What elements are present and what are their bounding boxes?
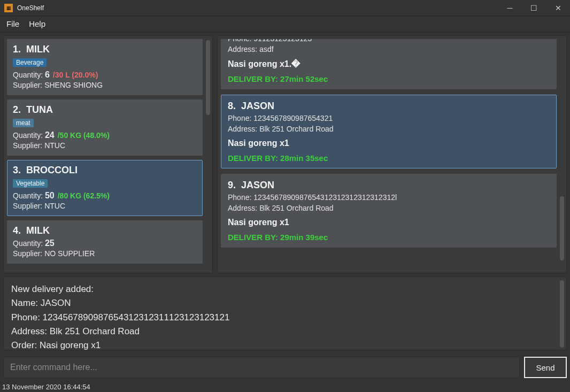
window-title: OneShelf <box>17 4 44 12</box>
deliver-by-line: DELIVER BY: 28min 35sec <box>228 153 550 163</box>
phone-line: Phone: 91123123123123 <box>228 39 550 43</box>
order-line: Nasi goreng x1.� <box>228 59 550 69</box>
category-tag: Beverage <box>13 58 47 67</box>
deliveries-panel: Phone: 91123123123123 Address: asdf Nasi… <box>217 35 567 273</box>
inventory-item[interactable]: 3. BROCCOLI Vegetable Quantity: 50/80 KG… <box>7 160 203 216</box>
item-title: 3. BROCCOLI <box>13 165 197 176</box>
quantity-line: Quantity: 25 <box>13 239 197 248</box>
supplier-line: Supplier: NTUC <box>13 202 197 210</box>
menu-help[interactable]: Help <box>29 19 45 28</box>
category-tag: meat <box>13 119 34 127</box>
inventory-panel: 1. MILK Beverage Quantity: 6/30 L (20.0%… <box>3 35 213 273</box>
delivery-item[interactable]: Phone: 91123123123123 Address: asdf Nasi… <box>221 39 557 89</box>
capacity-value: /50 KG (48.0%) <box>58 131 110 140</box>
titlebar: ▦ OneShelf ─ ☐ ✕ <box>0 0 570 16</box>
delivery-title: 8. JASON <box>228 101 550 112</box>
item-title: 1. MILK <box>13 44 197 55</box>
log-line: New delivery added: <box>11 282 559 296</box>
status-bar: 13 November 2020 16:44:54 <box>0 381 570 392</box>
menubar: File Help <box>0 16 570 32</box>
delivery-item[interactable]: 8. JASON Phone: 1234567890987654321 Addr… <box>221 95 557 168</box>
quantity-line: Quantity: 50/80 KG (62.5%) <box>13 191 197 201</box>
main-area: 1. MILK Beverage Quantity: 6/30 L (20.0%… <box>0 32 570 273</box>
log-line: Order: Nasi goreng x1 <box>11 339 559 350</box>
maximize-button[interactable]: ☐ <box>522 0 546 16</box>
app-icon: ▦ <box>4 4 13 12</box>
inventory-item[interactable]: 1. MILK Beverage Quantity: 6/30 L (20.0%… <box>7 39 203 95</box>
scrollbar-thumb[interactable] <box>560 280 564 348</box>
address-line: Address: asdf <box>228 45 550 53</box>
delivery-item[interactable]: 9. JASON Phone: 123456789098765431231231… <box>221 174 557 248</box>
inventory-item[interactable]: 2. TUNA meat Quantity: 24/50 KG (48.0%) … <box>7 99 203 156</box>
address-line: Address: Blk 251 Orchard Road <box>228 125 550 133</box>
supplier-line: Supplier: SHENG SHIONG <box>13 81 197 89</box>
deliver-by-line: DELIVER BY: 29min 39sec <box>228 233 550 242</box>
supplier-line: Supplier: NO SUPPLIER <box>13 249 197 258</box>
address-line: Address: Blk 251 Orchard Road <box>228 204 550 212</box>
quantity-line: Quantity: 6/30 L (20.0%) <box>13 70 197 80</box>
order-line: Nasi goreng x1 <box>228 218 550 227</box>
command-input[interactable] <box>3 357 520 378</box>
log-line: Phone: 123456789098765431231231112312312… <box>11 311 559 325</box>
phone-line: Phone: 123456789098765431231231231231231… <box>228 193 550 202</box>
send-button[interactable]: Send <box>524 357 567 378</box>
scrollbar-thumb[interactable] <box>206 40 210 115</box>
delivery-title: 9. JASON <box>228 180 550 191</box>
item-title: 4. MILK <box>13 225 197 236</box>
status-datetime: 13 November 2020 16:44:54 <box>2 383 90 391</box>
item-title: 2. TUNA <box>13 104 197 116</box>
order-line: Nasi goreng x1 <box>228 139 550 148</box>
deliver-by-line: DELIVER BY: 27min 52sec <box>228 74 550 83</box>
minimize-button[interactable]: ─ <box>498 0 522 16</box>
menu-file[interactable]: File <box>6 19 19 28</box>
quantity-line: Quantity: 24/50 KG (48.0%) <box>13 130 197 140</box>
command-row: Send <box>0 353 570 381</box>
log-line: Name: JASON <box>11 296 559 310</box>
phone-line: Phone: 1234567890987654321 <box>228 114 550 122</box>
inventory-item[interactable]: 4. MILK Quantity: 25 Supplier: NO SUPPLI… <box>7 220 203 264</box>
scrollbar-thumb[interactable] <box>560 196 564 260</box>
capacity-value: /30 L (20.0%) <box>53 71 98 79</box>
log-output: New delivery added: Name: JASON Phone: 1… <box>3 276 567 350</box>
category-tag: Vegetable <box>13 179 48 188</box>
app-window: ▦ OneShelf ─ ☐ ✕ File Help 1. MILK Bever… <box>0 0 570 392</box>
supplier-line: Supplier: NTUC <box>13 141 197 150</box>
close-button[interactable]: ✕ <box>546 0 570 16</box>
capacity-value: /80 KG (62.5%) <box>58 191 110 200</box>
log-line: Address: Blk 251 Orchard Road <box>11 325 559 339</box>
